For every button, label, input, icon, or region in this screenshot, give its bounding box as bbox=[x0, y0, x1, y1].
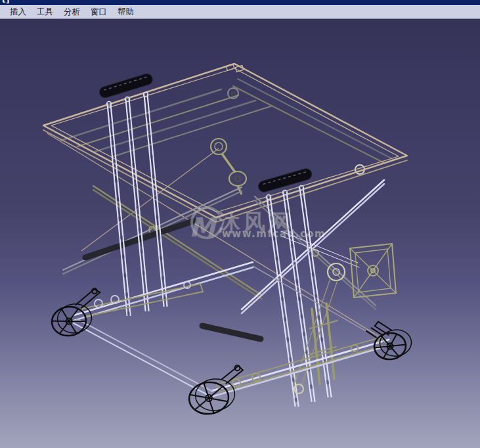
support-posts[interactable] bbox=[309, 303, 338, 384]
window-title-text: t] bbox=[0, 0, 480, 4]
menu-tools[interactable]: 工具 bbox=[32, 5, 58, 19]
window-title-bar[interactable]: t] bbox=[0, 0, 480, 5]
axle-bar-lower[interactable] bbox=[202, 326, 261, 339]
cad-application-window: t] 插入 工具 分析 窗口 帮助 bbox=[0, 0, 480, 448]
menu-window[interactable]: 窗口 bbox=[85, 5, 112, 19]
watermark-logo: M bbox=[189, 212, 218, 242]
caster-wheel-front[interactable] bbox=[186, 365, 247, 416]
menu-help[interactable]: 帮助 bbox=[112, 5, 139, 19]
cable-lines[interactable] bbox=[47, 133, 387, 342]
3d-viewport[interactable]: M 沐风网 www.mfcad.com bbox=[0, 19, 480, 448]
drive-crank[interactable] bbox=[211, 139, 246, 194]
menu-insert[interactable]: 插入 bbox=[5, 5, 32, 19]
viewport-canvas[interactable]: M 沐风网 www.mfcad.com bbox=[0, 19, 480, 448]
menu-analysis[interactable]: 分析 bbox=[58, 5, 85, 19]
menu-bar: 插入 工具 分析 窗口 帮助 bbox=[0, 5, 480, 19]
